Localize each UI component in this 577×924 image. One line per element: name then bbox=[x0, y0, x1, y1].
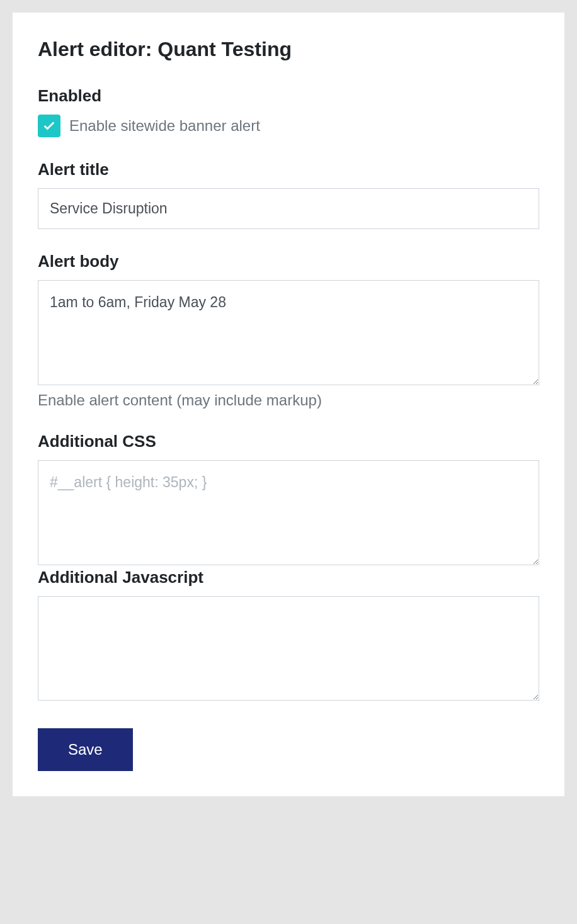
alert-body-textarea[interactable] bbox=[38, 280, 539, 385]
enabled-checkbox[interactable] bbox=[38, 115, 60, 137]
additional-js-section: Additional Javascript bbox=[38, 568, 539, 704]
alert-title-input[interactable] bbox=[38, 188, 539, 229]
additional-css-section: Additional CSS bbox=[38, 432, 539, 568]
additional-js-textarea[interactable] bbox=[38, 596, 539, 701]
alert-body-help: Enable alert content (may include markup… bbox=[38, 392, 539, 409]
alert-editor-card: Alert editor: Quant Testing Enabled Enab… bbox=[13, 13, 564, 796]
alert-body-section: Alert body Enable alert content (may inc… bbox=[38, 252, 539, 409]
enabled-section: Enabled Enable sitewide banner alert bbox=[38, 86, 539, 137]
enabled-checkbox-label: Enable sitewide banner alert bbox=[69, 117, 260, 135]
alert-title-section: Alert title bbox=[38, 160, 539, 229]
additional-css-label: Additional CSS bbox=[38, 432, 539, 451]
alert-body-label: Alert body bbox=[38, 252, 539, 271]
check-icon bbox=[42, 119, 56, 133]
page-title: Alert editor: Quant Testing bbox=[38, 38, 539, 61]
enabled-checkbox-row: Enable sitewide banner alert bbox=[38, 115, 539, 137]
additional-js-label: Additional Javascript bbox=[38, 568, 539, 587]
enabled-label: Enabled bbox=[38, 86, 539, 106]
save-button[interactable]: Save bbox=[38, 728, 133, 771]
alert-title-label: Alert title bbox=[38, 160, 539, 179]
additional-css-textarea[interactable] bbox=[38, 460, 539, 565]
